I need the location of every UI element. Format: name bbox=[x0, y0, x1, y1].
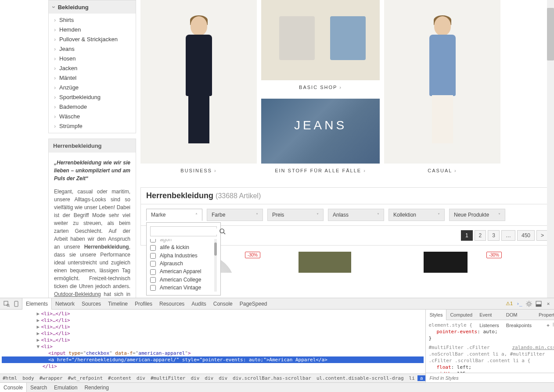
styles-tab[interactable]: DOM Breakpoints bbox=[503, 310, 535, 320]
filter-select[interactable]: Neue Produkte˅ bbox=[449, 209, 505, 221]
devtools-tab[interactable]: Sources bbox=[78, 298, 104, 310]
sidebar-item[interactable]: Jeans bbox=[49, 44, 136, 54]
devtools-tab[interactable]: Timeline bbox=[104, 298, 131, 310]
sidebar-item[interactable]: Jacken bbox=[49, 64, 136, 73]
brand-option[interactable]: American Apparel bbox=[150, 267, 217, 275]
sidebar-item[interactable]: Sportbekleidung bbox=[49, 93, 136, 102]
brand-search-input[interactable] bbox=[153, 228, 219, 235]
page-button[interactable]: … bbox=[501, 230, 515, 241]
devtools-tab[interactable]: Elements bbox=[22, 298, 52, 310]
filter-select[interactable]: Preis˅ bbox=[267, 209, 324, 221]
drawer-tab[interactable]: Search bbox=[27, 383, 50, 392]
page-button[interactable]: 2 bbox=[475, 230, 486, 241]
page-button[interactable]: > bbox=[536, 230, 548, 241]
settings-icon[interactable] bbox=[525, 300, 533, 308]
info-paragraph: Elegant, casual oder maritim, unsere All… bbox=[54, 188, 130, 298]
dock-icon[interactable] bbox=[535, 300, 543, 308]
scrollbar-thumb[interactable] bbox=[547, 8, 554, 61]
devtools-tab[interactable]: Audits bbox=[188, 298, 209, 310]
dom-selected-node[interactable]: <a href="/herrenbekleidung/american-appa… bbox=[2, 356, 424, 363]
search-icon[interactable] bbox=[219, 228, 226, 235]
brand-option[interactable]: Alprausch bbox=[150, 260, 217, 267]
find-in-styles-input[interactable] bbox=[426, 373, 554, 382]
tile-business[interactable]: BUSINESS bbox=[140, 0, 257, 178]
devtools-tab[interactable]: Resources bbox=[156, 298, 188, 310]
breadcrumb-item[interactable]: div bbox=[216, 375, 230, 381]
svg-line-12 bbox=[530, 305, 531, 306]
close-icon[interactable]: ✕ bbox=[544, 300, 552, 308]
brand-option[interactable]: American Vintage bbox=[150, 284, 217, 292]
breadcrumb-item[interactable]: div bbox=[202, 375, 216, 381]
sidebar-item[interactable]: Wäsche bbox=[49, 112, 136, 121]
filter-select[interactable]: Anlass˅ bbox=[328, 209, 384, 221]
breadcrumb-item[interactable]: div.scrollBar.has-scrollbar bbox=[230, 375, 314, 381]
device-icon[interactable] bbox=[12, 300, 20, 308]
devtools-tab[interactable]: Network bbox=[52, 298, 78, 310]
brand-option[interactable]: Alpha Industries bbox=[150, 252, 217, 260]
filter-select[interactable]: Kollektion˅ bbox=[389, 209, 445, 221]
styles-toolbar[interactable]: ✚ ⠿ ⤴ bbox=[547, 322, 554, 328]
page-button[interactable]: 450 bbox=[517, 230, 535, 241]
brand-option[interactable]: American College bbox=[150, 276, 217, 284]
breadcrumb-item[interactable]: a bbox=[417, 375, 426, 381]
breadcrumb-item[interactable]: ul.content.disable-scroll-drag bbox=[314, 375, 407, 381]
dom-tree[interactable]: ▶<li>…</li> ▶<li>…</li> ▶<li>…</li> ▶<li… bbox=[0, 310, 425, 374]
warning-count[interactable]: ⚠1 bbox=[506, 301, 513, 306]
page-scrollbar[interactable] bbox=[547, 0, 554, 298]
sidebar-item[interactable]: Anzüge bbox=[49, 83, 136, 93]
styles-tab[interactable]: Properties bbox=[535, 310, 554, 320]
devtools-tab[interactable]: Console bbox=[210, 298, 236, 310]
info-link[interactable]: Outdoor-Bekleidung bbox=[54, 291, 101, 297]
drawer-tab[interactable]: Console bbox=[0, 383, 27, 392]
breadcrumb-item[interactable]: div bbox=[134, 375, 148, 381]
breadcrumb-item[interactable]: #multiFilter bbox=[148, 375, 188, 381]
sidebar-item[interactable]: Bademode bbox=[49, 102, 136, 112]
scrollbar-thumb[interactable] bbox=[214, 242, 217, 256]
page-button[interactable]: 1 bbox=[461, 230, 473, 241]
breadcrumb-item[interactable]: #html bbox=[0, 375, 20, 381]
console-prompt-icon[interactable]: ›_ bbox=[515, 300, 523, 308]
inspect-icon[interactable] bbox=[3, 300, 11, 308]
sidebar-item[interactable]: Strümpfe bbox=[49, 121, 136, 131]
svg-point-0 bbox=[220, 229, 224, 233]
sidebar-item[interactable]: Mäntel bbox=[49, 73, 136, 83]
sidebar-item[interactable]: Shirts bbox=[49, 15, 136, 25]
product-card[interactable]: -30% bbox=[387, 252, 504, 273]
tile-jeans[interactable]: JEANS EIN STOFF FÜR ALLE FÄLLE bbox=[261, 99, 380, 178]
product-card[interactable] bbox=[266, 252, 383, 273]
brand-option[interactable]: agon bbox=[150, 239, 217, 243]
breadcrumb-item[interactable]: #wt_refpoint bbox=[65, 375, 105, 381]
main: BUSINESS BASIC SHOP JEANS EIN STOFF FÜR … bbox=[136, 0, 554, 298]
info-box: Herrenbekleidung „Herrenbekleidung wie w… bbox=[48, 139, 136, 298]
styles-tab[interactable]: Event Listeners bbox=[476, 310, 503, 320]
tile-casual[interactable]: CASUAL bbox=[384, 0, 500, 178]
category-heading[interactable]: Bekleidung bbox=[49, 0, 136, 14]
styles-tab[interactable]: Styles bbox=[426, 310, 446, 320]
drawer-tab[interactable]: Emulation bbox=[50, 383, 81, 392]
page-button[interactable]: 3 bbox=[488, 230, 500, 241]
filter-select[interactable]: Farbe˅ bbox=[207, 209, 263, 221]
product-image bbox=[424, 252, 468, 273]
sidebar: Bekleidung ShirtsHemdenPullover & Strick… bbox=[48, 0, 136, 298]
breadcrumb[interactable]: #htmlbody#wrapper#wt_refpoint#contentdiv… bbox=[0, 374, 425, 382]
breadcrumb-item[interactable]: body bbox=[20, 375, 37, 381]
breadcrumb-item[interactable]: div bbox=[188, 375, 202, 381]
stylesheet-source-link[interactable]: zalando.min.css:1 bbox=[512, 344, 554, 351]
breadcrumb-item[interactable]: #content bbox=[105, 375, 134, 381]
filter-select[interactable]: Marke˄ bbox=[146, 209, 202, 221]
svg-line-14 bbox=[530, 302, 531, 303]
sidebar-item[interactable]: Pullover & Strickjacken bbox=[49, 35, 136, 44]
breadcrumb-item[interactable]: li bbox=[407, 375, 417, 381]
brand-list[interactable]: agon alife & kickin Alpha Industries Alp… bbox=[150, 239, 217, 292]
brand-search[interactable] bbox=[150, 226, 217, 236]
styles-tab[interactable]: Computed bbox=[446, 310, 476, 320]
breadcrumb-item[interactable]: #wrapper bbox=[37, 375, 65, 381]
devtools-tab[interactable]: Profiles bbox=[131, 298, 156, 310]
devtools-tab[interactable]: PageSpeed bbox=[236, 298, 271, 310]
sidebar-item[interactable]: Hosen bbox=[49, 54, 136, 64]
tile-basic-shop[interactable]: BASIC SHOP bbox=[261, 0, 380, 94]
sidebar-item[interactable]: Hemden bbox=[49, 25, 136, 35]
brand-option[interactable]: alife & kickin bbox=[150, 243, 217, 251]
styles-rules[interactable]: ✚ ⠿ ⤴ element.style { pointer-events: au… bbox=[426, 320, 554, 373]
drawer-tab[interactable]: Rendering bbox=[81, 383, 112, 392]
